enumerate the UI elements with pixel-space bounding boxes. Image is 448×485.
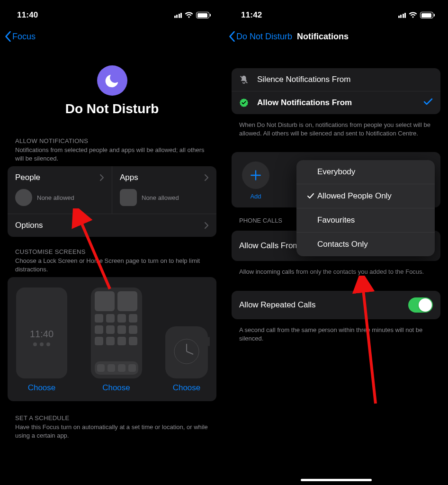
svg-line-2 — [187, 351, 193, 354]
app-icon-placeholder — [120, 189, 137, 206]
allow-section-header: ALLOW NOTIFICATIONS Notifications from s… — [0, 137, 224, 162]
allow-calls-label: Allow Calls From — [239, 241, 300, 251]
status-bar: 11:42 83 — [224, 0, 448, 25]
apps-title: Apps — [120, 173, 138, 182]
people-status: None allowed — [37, 194, 74, 201]
repeated-calls-group: Allow Repeated Calls — [232, 291, 440, 319]
calls-from-menu: Everybody Allowed People Only Favourites… — [296, 160, 435, 256]
people-avatar-placeholder — [15, 189, 32, 206]
silence-label: Silence Notifications From — [257, 75, 350, 84]
status-icons: 83 — [174, 12, 211, 18]
back-label: Do Not Disturb — [236, 32, 292, 42]
people-title: People — [15, 173, 40, 182]
menu-item-favourites[interactable]: Favourites — [296, 208, 435, 233]
chevron-right-icon — [100, 174, 104, 181]
battery-icon: 83 — [196, 12, 211, 18]
people-cell[interactable]: People None allowed — [8, 166, 112, 214]
chevron-right-icon — [205, 174, 209, 181]
back-button[interactable]: Focus — [5, 31, 36, 42]
lock-screen-preview[interactable]: 11:40 — [16, 287, 67, 378]
moon-icon — [97, 65, 127, 96]
status-icons: 83 — [398, 12, 435, 18]
wifi-icon — [185, 12, 193, 18]
wifi-icon — [409, 12, 417, 18]
chevron-left-icon — [5, 31, 11, 42]
menu-item-everybody[interactable]: Everybody — [296, 160, 435, 184]
mode-footer: When Do Not Disturb is on, notifications… — [224, 117, 448, 148]
checkmark-icon — [423, 98, 433, 108]
bell-slash-icon — [239, 75, 251, 84]
allow-row[interactable]: Allow Notifications From — [232, 91, 440, 114]
add-label: Add — [250, 193, 261, 200]
chevron-right-icon — [205, 222, 209, 229]
page-title: Notifications — [297, 32, 349, 42]
choose-lockscreen-button[interactable]: Choose — [28, 383, 56, 393]
back-label: Focus — [12, 32, 36, 42]
menu-item-contacts-only[interactable]: Contacts Only — [296, 233, 435, 256]
choose-watch-button[interactable]: Choose — [173, 383, 201, 393]
nav-bar: Do Not Disturb Notifications — [224, 25, 448, 48]
back-button[interactable]: Do Not Disturb — [229, 31, 292, 42]
add-people-button[interactable] — [242, 162, 269, 189]
screen-notifications: 11:42 83 Do Not Disturb Notifications — [224, 0, 448, 485]
screen-focus-dnd: 11:40 83 Focus Do Not Disturb — [0, 0, 224, 485]
allow-group: People None allowed Apps None allowed — [8, 166, 216, 237]
schedule-section-header: SET A SCHEDULE Have this Focus turn on a… — [0, 414, 224, 440]
chevron-left-icon — [229, 31, 235, 42]
watch-preview[interactable] — [165, 326, 208, 378]
cellular-icon — [398, 12, 406, 18]
repeated-calls-row: Allow Repeated Calls — [232, 291, 440, 319]
lock-preview-time: 11:40 — [30, 329, 54, 340]
home-indicator[interactable] — [301, 479, 372, 481]
status-time: 11:42 — [241, 10, 262, 20]
screens-chooser: 11:40 Choose Choose — [8, 277, 216, 401]
status-time: 11:40 — [17, 10, 38, 20]
checkmark-badge-icon — [239, 98, 251, 108]
status-bar: 11:40 83 — [0, 0, 224, 25]
battery-icon: 83 — [420, 12, 435, 18]
menu-item-allowed-people[interactable]: Allowed People Only — [296, 184, 435, 208]
plus-icon — [250, 170, 261, 181]
nav-bar: Focus — [0, 25, 224, 48]
options-row[interactable]: Options — [8, 214, 216, 237]
repeated-calls-toggle[interactable] — [408, 297, 433, 313]
allow-label: Allow Notifications From — [257, 98, 352, 108]
customise-section-header: CUSTOMISE SCREENS Choose a Lock Screen o… — [0, 248, 224, 273]
checkmark-icon — [305, 193, 316, 199]
choose-homescreen-button[interactable]: Choose — [102, 383, 130, 393]
focus-title: Do Not Disturb — [0, 101, 224, 117]
repeated-calls-footer: A second call from the same person withi… — [224, 322, 448, 353]
home-screen-preview[interactable] — [91, 287, 142, 378]
notification-mode-group: Silence Notifications From Allow Notific… — [232, 68, 440, 114]
cellular-icon — [174, 12, 182, 18]
options-label: Options — [15, 221, 43, 230]
focus-hero: Do Not Disturb — [0, 65, 224, 117]
apps-cell[interactable]: Apps None allowed — [112, 166, 216, 214]
silence-row[interactable]: Silence Notifications From — [232, 68, 440, 91]
repeated-calls-label: Allow Repeated Calls — [239, 300, 316, 310]
apps-status: None allowed — [142, 194, 179, 201]
allow-calls-footer: Allow incoming calls from only the conta… — [224, 264, 448, 287]
